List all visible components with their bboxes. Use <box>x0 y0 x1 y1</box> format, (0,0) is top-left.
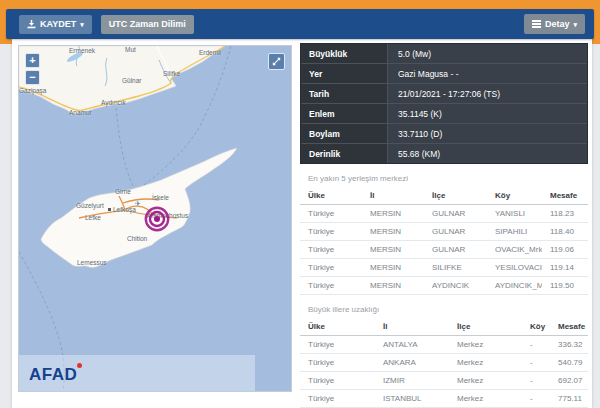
map-place-label: Silifke <box>163 71 180 78</box>
map-place-label: Güzelyurt <box>76 203 104 210</box>
table-cell: MERSIN <box>362 241 424 258</box>
earthquake-marker[interactable] <box>144 206 170 232</box>
info-label: Enlem <box>301 104 388 123</box>
table-header-row: ÜlkeİlİlçeKöyMesafe <box>300 318 588 336</box>
utc-button-label: UTC Zaman Dilimi <box>109 20 186 29</box>
table-cell: Türkiye <box>300 336 375 353</box>
table-cell: YANISLI <box>487 205 542 222</box>
map-place-label: Lefke <box>85 215 101 222</box>
info-row: Büyüklük5.0 (Mw) <box>301 44 587 64</box>
download-icon <box>27 20 36 29</box>
table-row: TürkiyeMERSINGULNAROVACIK_MrkKöy119.06 <box>300 241 588 259</box>
map-place-label: Mut <box>125 47 136 54</box>
table-row: TürkiyeIZMIRMerkez-692.07 <box>300 372 588 390</box>
table-cell: MERSIN <box>362 223 424 240</box>
info-label: Derinlik <box>301 144 388 163</box>
map-place-label: Anamur <box>69 110 92 117</box>
table-cell: Türkiye <box>300 277 362 294</box>
map-place-label: Girne <box>115 189 131 196</box>
table-cell: GULNAR <box>424 205 487 222</box>
info-value: 5.0 (Mw) <box>388 44 587 63</box>
major-cities-title: Büyük illere uzaklığı <box>308 306 588 314</box>
save-button[interactable]: KAYDET ▾ <box>19 15 92 34</box>
map-place-label: Gazipaşa <box>19 88 46 95</box>
column-header: İl <box>375 318 449 335</box>
map-zoom-out-button[interactable]: − <box>25 70 40 85</box>
cyprus-landmass <box>41 148 237 267</box>
detail-panel: Büyüklük5.0 (Mw)YerGazi Magusa - -Tarih2… <box>300 43 588 408</box>
column-header: Ülke <box>300 318 375 335</box>
table-cell: 118.40 <box>542 223 588 240</box>
table-cell: OVACIK_MrkKöy <box>487 241 542 258</box>
detail-button-label: Detay <box>545 20 570 29</box>
info-row: YerGazi Magusa - - <box>301 64 587 84</box>
table-row: TürkiyeMERSINAYDINCIKAYDINCIK_MrkKöy119.… <box>300 277 588 295</box>
chevron-down-icon: ▾ <box>573 21 577 28</box>
map-place-label: Ermenek <box>69 48 95 55</box>
table-cell: Türkiye <box>300 223 362 240</box>
chevron-down-icon: ▾ <box>80 21 84 28</box>
table-cell: 692.07 <box>550 372 588 389</box>
table-row: TürkiyeMERSINGULNARSIPAHILI118.40 <box>300 223 588 241</box>
table-cell: IZMIR <box>375 372 449 389</box>
map-place-label: Aydıncık <box>101 100 126 107</box>
utc-timezone-button[interactable]: UTC Zaman Dilimi <box>101 15 194 34</box>
table-header-row: ÜlkeİlİlçeKöyMesafe <box>300 187 588 205</box>
column-header: Mesafe <box>542 187 588 204</box>
major-cities-table: ÜlkeİlİlçeKöyMesafe TürkiyeANTALYAMerkez… <box>300 318 588 408</box>
table-cell: - <box>522 390 550 407</box>
info-value: Gazi Magusa - - <box>388 64 587 83</box>
table-cell: - <box>522 354 550 371</box>
info-value: 35.1145 (K) <box>388 104 587 123</box>
map-place-label: Chition <box>127 236 147 243</box>
map-place-label: Lemessus <box>77 260 107 267</box>
table-row: TürkiyeMERSINSILIFKEYESILOVACIK119.14 <box>300 259 588 277</box>
info-value: 33.7110 (D) <box>388 124 587 143</box>
detail-button[interactable]: Detay ▾ <box>524 14 585 35</box>
table-cell: - <box>522 336 550 353</box>
column-header: İlçe <box>449 318 522 335</box>
map-place-label: Gülnar <box>122 78 142 85</box>
expand-icon <box>271 56 282 67</box>
list-icon <box>532 19 541 30</box>
map[interactable]: ✈ ErmenekMutErdemliGülnarSilifkeAydıncık… <box>18 45 292 392</box>
map-place-label: İskele <box>152 195 169 202</box>
table-cell: Türkiye <box>300 241 362 258</box>
map-fullscreen-button[interactable] <box>268 53 285 70</box>
table-cell: 119.14 <box>542 259 588 276</box>
table-cell: ISTANBUL <box>375 390 449 407</box>
table-cell: 119.50 <box>542 277 588 294</box>
table-cell: MERSIN <box>362 259 424 276</box>
map-zoom-in-button[interactable]: + <box>25 53 40 68</box>
nearest-settlements-title: En yakın 5 yerleşim merkezi <box>308 175 588 183</box>
info-row: Derinlik55.68 (KM) <box>301 144 587 163</box>
table-cell: 119.06 <box>542 241 588 258</box>
afad-logo-text: AFAD <box>29 365 77 384</box>
table-cell: Türkiye <box>300 354 375 371</box>
info-value: 21/01/2021 - 17:27:06 (TS) <box>388 84 587 103</box>
info-label: Tarih <box>301 84 388 103</box>
table-cell: Merkez <box>449 372 522 389</box>
table-cell: MERSIN <box>362 277 424 294</box>
info-value: 55.68 (KM) <box>388 144 587 163</box>
column-header: Mesafe <box>550 318 588 335</box>
table-cell: GULNAR <box>424 223 487 240</box>
table-cell: - <box>522 372 550 389</box>
nearest-settlements-table: ÜlkeİlİlçeKöyMesafe TürkiyeMERSINGULNARY… <box>300 187 588 295</box>
column-header: Ülke <box>300 187 362 204</box>
table-cell: ANTALYA <box>375 336 449 353</box>
table-cell: ANKARA <box>375 354 449 371</box>
map-place-label: Erdemli <box>199 50 221 57</box>
table-row: TürkiyeMERSINGULNARYANISLI118.23 <box>300 205 588 223</box>
table-cell: AYDINCIK <box>424 277 487 294</box>
table-cell: GULNAR <box>424 241 487 258</box>
column-header: İlçe <box>424 187 487 204</box>
info-row: Tarih21/01/2021 - 17:27:06 (TS) <box>301 84 587 104</box>
table-cell: 540.79 <box>550 354 588 371</box>
map-place-label: Lefkoşa <box>113 207 136 214</box>
table-cell: 775.11 <box>550 390 588 407</box>
maritime-boundary <box>116 108 135 190</box>
table-row: TürkiyeANKARAMerkez-540.79 <box>300 354 588 372</box>
table-cell: Türkiye <box>300 259 362 276</box>
column-header: Köy <box>522 318 550 335</box>
